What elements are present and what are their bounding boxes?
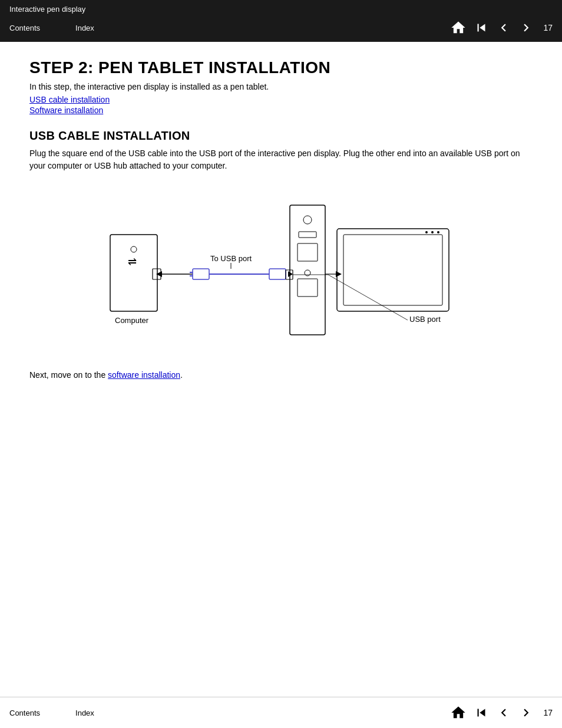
next-button-top[interactable]	[516, 19, 536, 37]
software-installation-link[interactable]: Software installation	[29, 106, 533, 115]
nav-title: Interactive pen display	[0, 0, 562, 16]
computer-label: Computer	[115, 316, 149, 325]
svg-marker-20	[288, 271, 293, 277]
nav-icons-top: 17	[448, 18, 553, 37]
prev-button-top[interactable]	[494, 19, 514, 37]
link-list: USB cable installation Software installa…	[29, 95, 533, 115]
svg-point-24	[431, 231, 434, 233]
usb-cable-installation-link[interactable]: USB cable installation	[29, 95, 533, 104]
bottom-nav-bar: Contents Index	[0, 697, 562, 728]
nav-index-bottom[interactable]: Index	[75, 709, 94, 717]
svg-point-17	[305, 270, 310, 276]
svg-point-25	[437, 231, 439, 233]
svg-point-14	[303, 216, 312, 224]
home-button-bottom[interactable]	[448, 703, 469, 722]
page-title: STEP 2: PEN TABLET INSTALLATION	[29, 58, 533, 77]
top-nav-bar: Interactive pen display Contents Index	[0, 0, 562, 42]
page-subtitle: In this step, the interactive pen displa…	[29, 82, 533, 91]
next-paragraph: Next, move on to the software installati…	[29, 370, 533, 380]
svg-rect-6	[193, 269, 209, 279]
skip-begin-button-top[interactable]	[471, 19, 491, 37]
next-button-bottom[interactable]	[516, 704, 536, 722]
svg-text:USB port: USB port	[409, 315, 441, 324]
main-content: STEP 2: PEN TABLET INSTALLATION In this …	[0, 42, 562, 403]
svg-line-29	[328, 275, 408, 320]
svg-text:⇌: ⇌	[128, 256, 137, 268]
svg-rect-7	[190, 272, 193, 273]
usb-section-body: Plug the square end of the USB cable int…	[29, 147, 533, 172]
next-text-prefix: Next, move on to the	[29, 370, 108, 380]
nav-icons-bottom: 17	[448, 703, 553, 722]
nav-controls: Contents Index	[0, 16, 562, 42]
svg-rect-15	[299, 232, 316, 238]
usb-section-heading: USB CABLE INSTALLATION	[29, 129, 533, 143]
nav-contents-top[interactable]: Contents	[9, 24, 40, 32]
svg-rect-10	[269, 269, 286, 279]
svg-point-23	[425, 231, 428, 233]
nav-index-top[interactable]: Index	[75, 24, 94, 32]
svg-rect-8	[190, 275, 193, 276]
svg-point-1	[131, 246, 137, 252]
software-installation-next-link[interactable]: software installation	[108, 370, 180, 380]
svg-rect-22	[343, 235, 442, 305]
home-button-top[interactable]	[448, 18, 469, 37]
svg-text:To USB port: To USB port	[210, 254, 252, 263]
usb-diagram: ⇌ Computer	[75, 182, 487, 358]
svg-marker-27	[336, 271, 342, 277]
next-text-suffix: .	[180, 370, 183, 380]
page-number-bottom: 17	[543, 708, 553, 717]
svg-rect-16	[297, 243, 318, 261]
svg-rect-18	[297, 279, 318, 297]
skip-begin-button-bottom[interactable]	[471, 704, 491, 722]
svg-rect-21	[337, 229, 449, 311]
diagram-area: ⇌ Computer	[29, 182, 533, 358]
page-number-top: 17	[543, 23, 553, 32]
nav-contents-bottom[interactable]: Contents	[9, 709, 40, 717]
prev-button-bottom[interactable]	[494, 704, 514, 722]
